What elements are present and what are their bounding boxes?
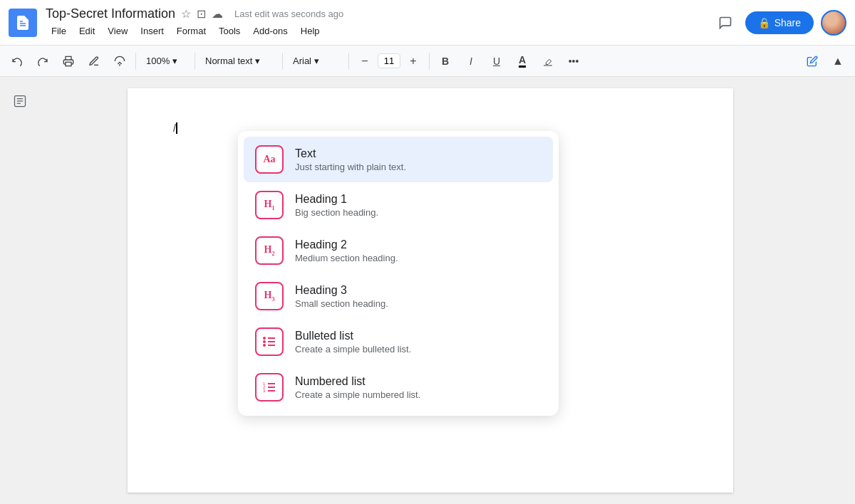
divider-5 (429, 53, 430, 70)
redo-button[interactable] (31, 50, 54, 73)
zoom-chevron: ▾ (172, 56, 177, 66)
numbered-format-desc: Create a simple numbered list. (295, 389, 420, 400)
h3-format-icon: H3 (255, 282, 284, 310)
style-value: Normal text (205, 56, 252, 66)
sidebar-left (0, 77, 40, 504)
text-format-name: Text (295, 147, 406, 160)
format-item-bulleted[interactable]: Bulleted list Create a simple bulleted l… (244, 319, 553, 364)
paint-format-button[interactable] (108, 50, 131, 73)
bulleted-list-svg (261, 334, 277, 350)
comment-button[interactable] (712, 10, 738, 36)
outline-icon[interactable] (7, 88, 33, 117)
h2-format-desc: Medium section heading. (295, 253, 398, 263)
menu-view[interactable]: View (102, 23, 133, 39)
text-format-info: Text Just starting with plain text. (295, 147, 406, 172)
svg-point-12 (263, 344, 266, 347)
right-bar (821, 77, 855, 504)
format-item-h2[interactable]: H2 Heading 2 Medium section heading. (244, 228, 553, 273)
bold-button[interactable]: B (434, 50, 457, 73)
bulleted-format-icon (255, 327, 284, 356)
menu-addons[interactable]: Add-ons (247, 23, 293, 39)
doc-title[interactable]: Top-Secret Information (46, 6, 175, 21)
font-chevron: ▾ (314, 56, 319, 66)
svg-text:3: 3 (263, 389, 266, 393)
h1-format-name: Heading 1 (295, 193, 378, 206)
more-options-button[interactable]: ••• (562, 50, 585, 73)
share-button[interactable]: 🔒 Share (745, 11, 814, 34)
font-size-decrease[interactable]: − (353, 50, 376, 73)
format-item-h1[interactable]: H1 Heading 1 Big section heading. (244, 182, 553, 228)
more-dots: ••• (569, 56, 579, 67)
h2-format-info: Heading 2 Medium section heading. (295, 238, 398, 263)
menu-insert[interactable]: Insert (135, 23, 170, 39)
text-color-button[interactable]: A (511, 50, 534, 73)
numbered-list-svg: 1 2 3 (261, 379, 277, 395)
cloud-icon[interactable]: ☁ (212, 7, 223, 21)
italic-label: I (470, 56, 472, 67)
numbered-format-info: Numbered list Create a simple numbered l… (295, 375, 420, 400)
font-dropdown[interactable]: Arial ▾ (287, 53, 344, 69)
app-icon[interactable] (9, 9, 37, 37)
h2-format-name: Heading 2 (295, 238, 398, 251)
underline-button[interactable]: U (485, 50, 508, 73)
font-size-increase[interactable]: + (402, 50, 425, 73)
format-item-numbered[interactable]: 1 2 3 Numbered list Create a simple numb… (244, 364, 553, 410)
h1-format-icon: H1 (255, 191, 284, 219)
main-area: / Aa Text Just starting with plain text. (0, 77, 855, 504)
spell-check-button[interactable] (83, 50, 105, 73)
h2-icon-label: H2 (264, 244, 275, 257)
font-size-area: − + (353, 50, 425, 73)
h1-format-info: Heading 1 Big section heading. (295, 193, 378, 218)
h3-format-desc: Small section heading. (295, 298, 388, 309)
text-color-label: A (519, 54, 526, 68)
bulleted-format-name: Bulleted list (295, 330, 411, 342)
bulleted-format-info: Bulleted list Create a simple bulleted l… (295, 330, 411, 355)
text-icon-label: Aa (263, 154, 275, 165)
bold-label: B (442, 56, 449, 67)
user-avatar[interactable] (821, 10, 846, 36)
h2-format-icon: H2 (255, 236, 284, 265)
h1-icon-label: H1 (264, 199, 275, 211)
text-format-icon: Aa (255, 145, 284, 174)
menu-format[interactable]: Format (171, 23, 212, 39)
star-icon[interactable]: ☆ (181, 7, 191, 21)
menu-edit[interactable]: Edit (73, 23, 100, 39)
h1-format-desc: Big section heading. (295, 207, 378, 218)
svg-rect-3 (66, 62, 71, 65)
highlight-button[interactable] (537, 50, 559, 73)
top-bar: Top-Secret Information ☆ ⊡ ☁ Last edit w… (0, 0, 855, 46)
divider-4 (348, 53, 349, 70)
undo-button[interactable] (6, 50, 28, 73)
menu-tools[interactable]: Tools (213, 23, 246, 39)
svg-point-10 (263, 340, 266, 343)
underline-label: U (493, 56, 500, 67)
font-value: Arial (293, 56, 311, 66)
numbered-format-name: Numbered list (295, 375, 420, 388)
italic-button[interactable]: I (460, 50, 482, 73)
bulleted-format-desc: Create a simple bulleted list. (295, 344, 411, 355)
print-button[interactable] (57, 50, 80, 73)
menu-bar: File Edit View Insert Format Tools Add-o… (46, 23, 712, 39)
editing-mode-button[interactable] (801, 50, 824, 73)
menu-help[interactable]: Help (295, 23, 326, 39)
h3-format-info: Heading 3 Small section heading. (295, 284, 388, 309)
h3-icon-label: H3 (264, 290, 275, 303)
divider-2 (195, 53, 195, 70)
zoom-value: 100% (146, 56, 170, 66)
menu-file[interactable]: File (46, 23, 72, 39)
style-dropdown[interactable]: Normal text ▾ (200, 53, 278, 69)
share-label: Share (774, 17, 801, 28)
format-item-text[interactable]: Aa Text Just starting with plain text. (244, 137, 553, 182)
format-dropdown-menu: Aa Text Just starting with plain text. H… (238, 131, 559, 416)
style-chevron: ▾ (255, 56, 260, 66)
font-size-input[interactable] (378, 53, 400, 68)
zoom-dropdown[interactable]: 100% ▾ (140, 53, 190, 69)
format-item-h3[interactable]: H3 Heading 3 Small section heading. (244, 273, 553, 319)
folder-icon[interactable]: ⊡ (197, 7, 206, 21)
chevron-up-button[interactable]: ▲ (826, 50, 849, 73)
toolbar: 100% ▾ Normal text ▾ Arial ▾ − + B I U A… (0, 46, 855, 77)
doc-page: / Aa Text Just starting with plain text. (128, 88, 733, 493)
lock-icon: 🔒 (758, 17, 770, 28)
text-cursor (176, 122, 177, 134)
numbered-format-icon: 1 2 3 (255, 373, 284, 401)
